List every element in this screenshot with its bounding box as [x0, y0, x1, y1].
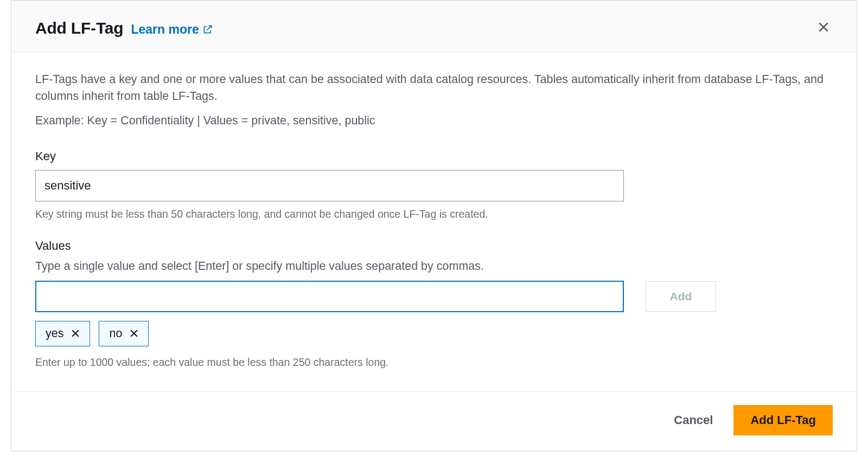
add-lf-tag-button[interactable]: Add LF-Tag [733, 405, 833, 435]
cancel-button[interactable]: Cancel [668, 406, 718, 435]
values-instruction: Type a single value and select [Enter] o… [35, 260, 833, 273]
close-icon [816, 20, 831, 34]
key-input[interactable] [35, 170, 624, 201]
example-text: Example: Key = Confidentiality | Values … [35, 112, 833, 129]
learn-more-link[interactable]: Learn more [131, 22, 213, 37]
dialog-body: LF-Tags have a key and one or more value… [11, 53, 857, 391]
values-hint: Enter up to 1000 values; each value must… [35, 355, 833, 370]
dialog-header: Add LF-Tag Learn more [11, 1, 857, 53]
values-input-row: Add [35, 281, 833, 312]
dialog-footer: Cancel Add LF-Tag [11, 391, 857, 451]
values-tags-row: yes no [35, 321, 833, 346]
values-label: Values [35, 239, 833, 253]
header-text-group: Add LF-Tag Learn more [35, 19, 213, 37]
values-input[interactable] [35, 281, 624, 312]
description-text: LF-Tags have a key and one or more value… [35, 71, 833, 105]
key-field-group: Key Key string must be less than 50 char… [35, 149, 833, 222]
remove-tag-button[interactable] [129, 328, 139, 339]
close-icon [129, 328, 139, 339]
value-tag: no [99, 321, 149, 346]
key-hint: Key string must be less than 50 characte… [35, 207, 833, 222]
value-tag-label: yes [46, 327, 63, 340]
remove-tag-button[interactable] [70, 328, 81, 339]
add-lf-tag-dialog: Add LF-Tag Learn more LF-Tags have a key… [11, 0, 857, 451]
learn-more-label: Learn more [131, 22, 199, 37]
values-field-group: Values Type a single value and select [E… [35, 239, 833, 370]
close-icon [70, 328, 81, 339]
value-tag: yes [35, 321, 90, 346]
key-label: Key [35, 149, 833, 163]
close-button[interactable] [814, 18, 833, 38]
dialog-title: Add LF-Tag [35, 19, 123, 37]
add-value-button[interactable]: Add [646, 281, 716, 312]
value-tag-label: no [109, 327, 122, 340]
external-link-icon [202, 24, 213, 35]
